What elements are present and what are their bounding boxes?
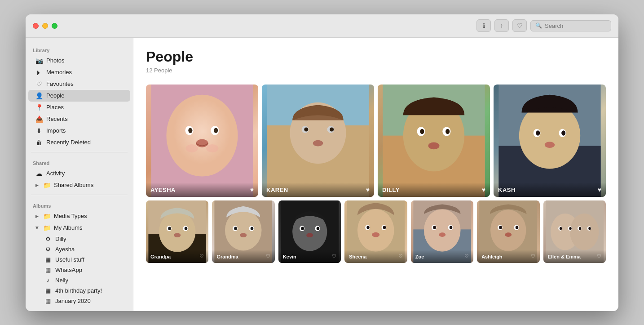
sidebar-sub-item-4th-birthday[interactable]: ▦ 4th birthday party! (28, 285, 130, 296)
folder-icon: 📁 (43, 224, 50, 232)
expand-arrow-icon: ▶ (35, 226, 40, 229)
favorite-heart-ayesha[interactable]: ♥ (250, 186, 254, 193)
sidebar-item-memories[interactable]: ⏵ Memories (28, 67, 130, 78)
svg-point-4 (188, 128, 192, 133)
person-name-zoe: Zoe (415, 254, 424, 259)
library-section-label: Library (26, 43, 133, 55)
favorite-heart-ashleigh[interactable]: ♡ (531, 254, 535, 259)
album-icon: ▦ (44, 287, 52, 294)
sidebar-item-imports[interactable]: ⬇ Imports (28, 125, 130, 137)
svg-point-31 (561, 130, 565, 135)
person-card-dilly[interactable]: DILLY ♥ (378, 85, 490, 197)
person-name-ashleigh: Ashleigh (481, 254, 502, 259)
favorite-heart-ellen-emma[interactable]: ♡ (597, 254, 601, 259)
person-card-sheena[interactable]: Sheena ♡ (344, 200, 407, 263)
favorite-heart-karen[interactable]: ♥ (366, 186, 370, 193)
person-card-ellen-emma[interactable]: Ellen & Emma ♡ (543, 200, 606, 263)
sidebar-sub-item-nelly[interactable]: ♪ Nelly (28, 275, 130, 285)
person-label-ellen-emma: Ellen & Emma ♡ (543, 250, 606, 263)
svg-point-42 (225, 210, 262, 250)
svg-point-86 (578, 227, 581, 229)
person-name-ellen-emma: Ellen & Emma (548, 254, 581, 259)
sidebar-sub-item-label: Useful stuff (55, 256, 84, 263)
people-icon: 👤 (35, 92, 43, 99)
person-card-ashleigh[interactable]: Ashleigh ♡ (477, 200, 539, 263)
info-icon: ℹ (483, 22, 485, 29)
sidebar-item-photos[interactable]: 📷 Photos (28, 55, 130, 67)
minimize-button[interactable] (42, 23, 48, 29)
favorite-heart-grandma[interactable]: ♡ (266, 254, 270, 259)
favorite-heart-kevin[interactable]: ♡ (332, 254, 336, 259)
svg-point-7 (186, 144, 198, 152)
svg-point-76 (505, 232, 512, 237)
svg-point-15 (330, 127, 334, 131)
sidebar-item-people[interactable]: 👤 People (28, 90, 130, 102)
person-photo-ayesha (146, 85, 258, 197)
sidebar-item-shared-albums[interactable]: ▶ 📁 Shared Albums (28, 179, 130, 191)
person-card-grandpa[interactable]: Grandpa ♡ (146, 200, 208, 263)
favorite-heart-dilly[interactable]: ♥ (482, 186, 485, 193)
favorite-button[interactable]: ♡ (512, 19, 527, 32)
sidebar-sub-item-january-2020[interactable]: ▦ January 2020 (28, 296, 130, 306)
svg-point-54 (306, 233, 313, 237)
person-card-zoe[interactable]: Zoe ♡ (411, 200, 473, 263)
sidebar-item-activity[interactable]: ☁ Activity (28, 168, 130, 179)
svg-point-59 (367, 226, 370, 229)
svg-point-74 (499, 226, 502, 229)
sidebar-item-label: Places (46, 104, 64, 111)
album-icon: ⚙ (44, 236, 52, 242)
sidebar-item-media-types[interactable]: ▶ 📁 Media Types (28, 210, 130, 222)
favorite-heart-grandpa[interactable]: ♡ (199, 254, 204, 259)
memories-icon: ⏵ (35, 69, 43, 76)
svg-point-83 (569, 227, 571, 229)
album-icon: ▦ (44, 256, 52, 263)
person-name-ayesha: AYESHA (150, 187, 176, 193)
person-label-ashleigh: Ashleigh ♡ (477, 250, 539, 263)
sidebar-item-recents[interactable]: 📥 Recents (28, 113, 130, 125)
person-card-kash[interactable]: KASH ♥ (494, 85, 606, 197)
trash-icon: 🗑 (35, 139, 43, 146)
album-icon: ▦ (44, 298, 52, 304)
sidebar-item-places[interactable]: 📍 Places (28, 102, 130, 113)
sidebar-item-my-albums[interactable]: ▶ 📁 My Albums (28, 222, 130, 234)
sidebar-item-label: Recently Deleted (46, 139, 91, 146)
shared-section-label: Shared (26, 156, 133, 168)
sidebar-item-label: My Albums (54, 224, 83, 231)
search-input[interactable] (545, 22, 606, 29)
maximize-button[interactable] (52, 23, 57, 29)
sidebar-item-favourites[interactable]: ♡ Favourites (28, 78, 130, 90)
search-bar[interactable]: 🔍 (530, 20, 611, 31)
sidebar-sub-item-dilly[interactable]: ⚙ Dilly (28, 234, 130, 244)
sidebar-item-label: Photos (46, 57, 64, 64)
svg-point-14 (304, 127, 308, 131)
share-button[interactable]: ↑ (494, 19, 509, 32)
sidebar-sub-item-whatsapp[interactable]: ▦ WhatsApp (28, 265, 130, 275)
person-label-sheena: Sheena ♡ (344, 250, 407, 263)
svg-point-39 (185, 227, 187, 230)
person-name-kash: KASH (498, 187, 516, 193)
info-button[interactable]: ℹ (476, 19, 491, 32)
imports-icon: ⬇ (35, 127, 43, 134)
album-icon: ▦ (44, 267, 52, 273)
album-icon: ⚙ (44, 246, 52, 253)
person-name-sheena: Sheena (349, 254, 366, 259)
sidebar-divider-2 (31, 195, 128, 195)
sidebar-sub-item-useful-stuff[interactable]: ▦ Useful stuff (28, 254, 130, 265)
svg-point-46 (251, 227, 253, 230)
close-button[interactable] (33, 23, 39, 29)
svg-point-24 (428, 142, 440, 149)
svg-point-22 (420, 129, 424, 134)
person-card-ayesha[interactable]: AYESHA ♥ (146, 85, 258, 197)
person-card-karen[interactable]: KAREN ♥ (262, 85, 374, 197)
person-card-grandma[interactable]: Grandma ♡ (212, 200, 274, 263)
person-card-kevin[interactable]: Kevin ♡ (278, 200, 341, 263)
favorite-heart-kash[interactable]: ♥ (598, 186, 601, 193)
sidebar-sub-item-ayesha[interactable]: ⚙ Ayesha (28, 244, 130, 254)
traffic-lights (33, 23, 57, 29)
sidebar-sub-item-label: Nelly (55, 277, 68, 284)
person-label-kash: KASH ♥ (494, 183, 606, 197)
folder-icon: 📁 (43, 213, 50, 220)
favorite-heart-sheena[interactable]: ♡ (398, 254, 403, 259)
favorite-heart-zoe[interactable]: ♡ (464, 254, 469, 259)
sidebar-item-recently-deleted[interactable]: 🗑 Recently Deleted (28, 137, 130, 148)
